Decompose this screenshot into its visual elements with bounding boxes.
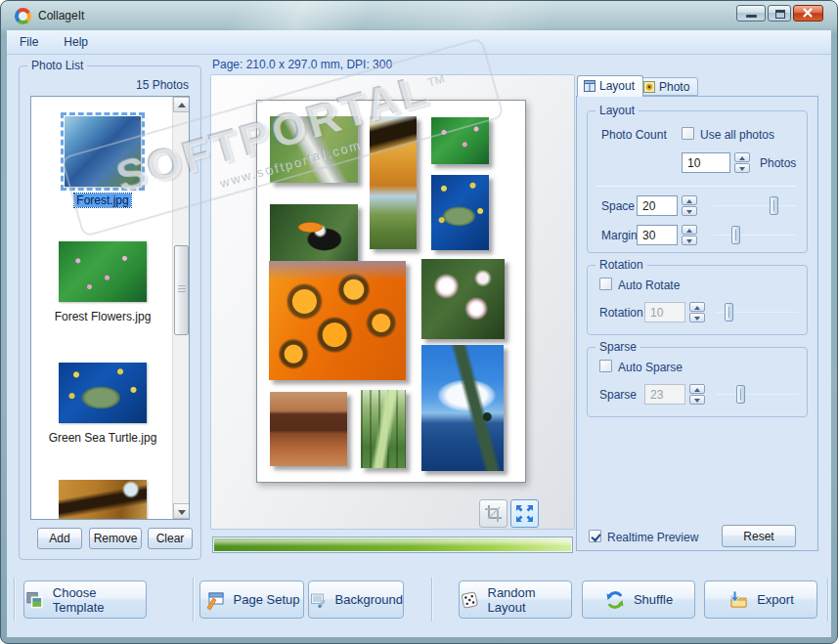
crop-tool-button[interactable]: [479, 499, 507, 528]
photo-count-text: 15 Photos: [136, 78, 189, 92]
use-all-photos-checkbox[interactable]: [682, 127, 694, 140]
spin-up-button[interactable]: [682, 225, 697, 235]
collage-photo-forest-path[interactable]: [361, 390, 406, 468]
spin-down-button[interactable]: [734, 163, 750, 173]
photo-thumb-forest-flowers[interactable]: [59, 241, 147, 302]
scrollbar-thumb[interactable]: [174, 245, 189, 335]
photo-label-green-sea-turtle[interactable]: Green Sea Turtle.jpg: [31, 431, 174, 445]
client-area: Photo List 15 Photos Forest.jpg Forest F…: [7, 55, 831, 637]
space-slider[interactable]: [713, 196, 797, 215]
clear-button[interactable]: Clear: [148, 528, 193, 549]
collage-photo-river-meadow[interactable]: [270, 116, 358, 183]
slider-track[interactable]: [717, 394, 799, 395]
scroll-down-button[interactable]: [173, 503, 190, 519]
collage-photo-toucan[interactable]: [270, 204, 358, 265]
close-button[interactable]: [793, 5, 823, 21]
spin-down-icon: [686, 239, 692, 243]
shuffle-button[interactable]: Shuffle: [582, 580, 695, 619]
collage-page: [256, 100, 526, 483]
page-setup-icon: [204, 589, 226, 611]
space-input[interactable]: [637, 195, 678, 216]
tab-photo[interactable]: Photo: [637, 77, 698, 96]
layout-group: Layout Photo Count Use all photos Photos…: [587, 110, 808, 253]
expand-arrows-icon: [511, 500, 538, 527]
collage-photo-orange-daisies[interactable]: [269, 261, 406, 380]
page-setup-button[interactable]: Page Setup: [199, 580, 304, 619]
layout-group-title: Layout: [595, 104, 639, 117]
slider-thumb[interactable]: [736, 385, 745, 404]
collage-photo-sea-turtle[interactable]: [431, 175, 489, 250]
collage-photo-ocean-pier[interactable]: [421, 345, 504, 471]
photo-list[interactable]: Forest.jpg Forest Flowers.jpg Green Sea …: [30, 96, 190, 520]
spin-up-button[interactable]: [689, 384, 705, 394]
export-button[interactable]: Export: [704, 580, 817, 619]
minimize-icon: [746, 15, 757, 18]
rotation-input[interactable]: [644, 302, 685, 322]
margin-label: Margin: [601, 229, 638, 242]
spin-down-icon: [694, 399, 700, 403]
collage-photo-monument-valley[interactable]: [270, 392, 347, 466]
auto-rotate-label[interactable]: Auto Rotate: [618, 279, 680, 292]
slider-thumb[interactable]: [731, 226, 740, 244]
layout-tab-icon: [584, 80, 595, 92]
margin-input[interactable]: [637, 225, 678, 245]
photo-count-label: Photo Count: [601, 128, 667, 142]
progress-bar: [212, 537, 573, 553]
spin-down-button[interactable]: [682, 236, 697, 245]
spin-down-button[interactable]: [689, 313, 705, 322]
scroll-up-button[interactable]: [173, 97, 190, 112]
remove-button[interactable]: Remove: [89, 528, 142, 549]
scroll-up-icon: [178, 103, 186, 107]
space-spinner: [682, 195, 697, 217]
slider-thumb[interactable]: [725, 303, 733, 322]
margin-slider[interactable]: [713, 226, 797, 244]
add-button[interactable]: Add: [37, 528, 82, 549]
collage-photo-green-flowers[interactable]: [431, 117, 489, 164]
collage-photo-autumn-tree[interactable]: [370, 116, 417, 249]
auto-sparse-label[interactable]: Auto Sparse: [618, 361, 683, 374]
sparse-group-title: Sparse: [595, 340, 640, 354]
menu-bar: File Help: [7, 30, 831, 55]
use-all-photos-label[interactable]: Use all photos: [700, 128, 774, 142]
slider-track[interactable]: [713, 235, 797, 236]
photo-label-forest[interactable]: Forest.jpg: [31, 193, 174, 207]
spin-up-icon: [694, 388, 700, 392]
sparse-slider[interactable]: [717, 385, 799, 404]
background-button[interactable]: Background: [308, 580, 404, 619]
layout-divider: [597, 186, 797, 187]
photo-list-scrollbar[interactable]: [172, 97, 189, 519]
photo-thumb-green-sea-turtle[interactable]: [59, 363, 147, 423]
choose-template-button[interactable]: Choose Template: [23, 580, 147, 619]
toolbar-divider: [827, 578, 829, 622]
realtime-preview-checkbox[interactable]: [589, 530, 601, 542]
slider-track[interactable]: [713, 205, 797, 206]
random-layout-button[interactable]: Random Layout: [459, 580, 572, 619]
title-bar[interactable]: CollageIt: [1, 1, 837, 30]
reset-button[interactable]: Reset: [722, 525, 796, 547]
auto-rotate-checkbox[interactable]: [599, 278, 612, 290]
photo-label-forest-flowers[interactable]: Forest Flowers.jpg: [31, 310, 174, 323]
minimize-button[interactable]: [736, 5, 766, 21]
spin-up-button[interactable]: [734, 152, 750, 162]
menu-file[interactable]: File: [7, 31, 51, 53]
photo-thumb-autumn-partial[interactable]: [59, 480, 147, 520]
rotation-label: Rotation: [599, 306, 643, 320]
slider-thumb[interactable]: [770, 196, 778, 215]
collage-photo-plumeria-flowers[interactable]: [421, 259, 505, 339]
sparse-spinner: [689, 384, 705, 406]
tab-layout[interactable]: Layout: [577, 75, 643, 97]
spin-down-button[interactable]: [689, 395, 705, 405]
photo-thumb-forest[interactable]: [65, 116, 141, 187]
maximize-button[interactable]: [768, 5, 791, 21]
spin-up-button[interactable]: [689, 302, 705, 312]
spin-up-button[interactable]: [682, 195, 697, 205]
sparse-input[interactable]: [644, 384, 685, 405]
auto-sparse-checkbox[interactable]: [599, 360, 612, 372]
photo-count-input[interactable]: [682, 152, 730, 173]
realtime-preview-label[interactable]: Realtime Preview: [607, 531, 698, 544]
rotation-slider[interactable]: [717, 303, 799, 322]
spin-down-button[interactable]: [682, 206, 697, 216]
menu-help[interactable]: Help: [51, 31, 101, 53]
spin-up-icon: [686, 229, 692, 233]
fit-page-tool-button[interactable]: [510, 499, 539, 528]
